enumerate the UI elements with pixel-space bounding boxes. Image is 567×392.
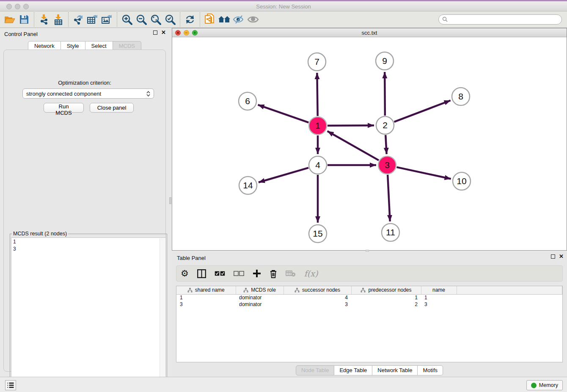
deselect-all-icon[interactable]: [234, 268, 244, 279]
refresh-layout-icon[interactable]: [183, 13, 197, 26]
graph-node-10[interactable]: 10: [453, 172, 471, 190]
graph-node-1[interactable]: 1: [309, 117, 327, 135]
task-history-button[interactable]: [5, 380, 16, 390]
column-hierarchy-icon: [295, 288, 300, 293]
float-panel-icon[interactable]: [153, 30, 157, 35]
graph-node-14[interactable]: 14: [239, 177, 257, 194]
table-row[interactable]: 3dominator323: [176, 301, 562, 308]
show-graphics-icon[interactable]: [246, 13, 260, 26]
column-header-filler: [457, 286, 562, 294]
table-cell[interactable]: 4: [284, 294, 351, 301]
table-cell[interactable]: 3: [421, 301, 457, 308]
export-image-icon[interactable]: [100, 13, 114, 26]
edge-2-3[interactable]: [385, 135, 386, 154]
add-column-icon[interactable]: [253, 268, 261, 279]
column-header[interactable]: shared name: [176, 286, 236, 294]
table-panel-title: Table Panel: [177, 255, 206, 261]
search-icon: [442, 17, 448, 22]
search-input[interactable]: [438, 14, 562, 25]
run-mcds-button[interactable]: Run MCDS: [44, 103, 84, 113]
edge-1-7[interactable]: [317, 73, 317, 116]
gear-icon[interactable]: ⚙: [181, 268, 189, 279]
network-window-titlebar[interactable]: ✕ − + scc.txt: [172, 28, 567, 37]
graph-node-15[interactable]: 15: [309, 225, 327, 243]
graph-node-6[interactable]: 6: [239, 92, 256, 110]
import-table-icon[interactable]: [51, 13, 66, 26]
float-table-panel-icon[interactable]: [551, 254, 555, 259]
table-cell[interactable]: dominator: [236, 294, 284, 301]
graph-node-3[interactable]: 3: [378, 156, 396, 174]
table-header-row: shared nameMCDS rolesuccessor nodesprede…: [176, 286, 562, 294]
node-label: 6: [245, 96, 250, 106]
graph-node-4[interactable]: 4: [309, 156, 327, 174]
edge-4-14[interactable]: [259, 168, 308, 182]
node-label: 14: [243, 180, 253, 190]
graph-node-7[interactable]: 7: [308, 53, 326, 71]
tab-edge-table[interactable]: Edge Table: [334, 365, 372, 375]
mcds-panel: Optimization criterion: strongly connect…: [3, 50, 166, 372]
graph-node-8[interactable]: 8: [452, 88, 470, 105]
zoom-selected-icon[interactable]: [163, 13, 177, 26]
column-hierarchy-icon: [243, 288, 248, 293]
hide-graphics-icon[interactable]: [231, 13, 246, 26]
table-cell[interactable]: 1: [421, 294, 457, 301]
import-network-icon[interactable]: [37, 13, 51, 26]
column-header[interactable]: successor nodes: [284, 286, 351, 294]
table-cell[interactable]: 3: [176, 301, 236, 308]
open-session-icon[interactable]: [3, 13, 17, 26]
table-cell-filler: [457, 301, 562, 308]
edge-3-10[interactable]: [396, 167, 451, 179]
table-panel: Table Panel ✕ ⚙ f(x): [172, 252, 567, 377]
split-view-icon[interactable]: [197, 268, 206, 279]
session-title: Session: New Session: [0, 3, 567, 10]
column-header[interactable]: name: [421, 286, 457, 294]
zoom-fit-icon[interactable]: [149, 13, 163, 26]
vertical-splitter[interactable]: [169, 28, 172, 377]
graph-node-11[interactable]: 11: [382, 224, 399, 241]
table-cell-filler: [457, 294, 562, 301]
export-table-icon[interactable]: [85, 13, 100, 26]
tab-node-table[interactable]: Node Table: [296, 365, 335, 375]
edge-2-8[interactable]: [394, 100, 451, 122]
table-cell[interactable]: 1: [176, 294, 236, 301]
duplicate-network-icon[interactable]: [203, 13, 217, 26]
edge-3-11[interactable]: [388, 175, 390, 221]
edge-2-9[interactable]: [385, 72, 385, 116]
close-panel-button[interactable]: Close panel: [90, 103, 134, 113]
delete-column-icon[interactable]: [270, 268, 277, 279]
result-scrollbar[interactable]: [160, 238, 165, 390]
graph-node-2[interactable]: 2: [376, 116, 394, 134]
table-row[interactable]: 1dominator411: [176, 294, 562, 301]
table-cell[interactable]: 2: [351, 301, 421, 308]
network-canvas[interactable]: 7968124314101511: [172, 37, 567, 250]
control-panel: Control Panel ✕ NetworkStyleSelectMCDS O…: [0, 28, 169, 377]
column-header[interactable]: MCDS role: [236, 286, 284, 294]
mcds-result-text[interactable]: 1 3: [11, 237, 166, 391]
network-window-title: scc.txt: [172, 30, 567, 36]
close-table-panel-icon[interactable]: ✕: [559, 254, 564, 259]
optimization-criterion-select[interactable]: strongly connected component: [22, 88, 154, 99]
status-bar: Memory: [0, 377, 567, 392]
table-cell[interactable]: dominator: [236, 301, 284, 308]
edge-3-1[interactable]: [328, 131, 379, 160]
save-session-icon[interactable]: [17, 13, 31, 26]
export-network-icon[interactable]: [71, 13, 85, 26]
zoom-out-icon[interactable]: [134, 13, 149, 26]
edge-1-6[interactable]: [258, 105, 309, 123]
memory-button[interactable]: Memory: [526, 380, 563, 390]
edge-1-2[interactable]: [328, 125, 374, 126]
show-panels-icon[interactable]: [217, 13, 231, 26]
tab-motifs[interactable]: Motifs: [418, 365, 443, 375]
tab-network-table[interactable]: Network Table: [372, 365, 418, 375]
graph-node-9[interactable]: 9: [376, 52, 394, 70]
table-cell[interactable]: 1: [351, 294, 421, 301]
column-header[interactable]: predecessor nodes: [351, 286, 421, 294]
zoom-in-icon[interactable]: [120, 13, 134, 26]
select-all-icon[interactable]: [215, 268, 225, 279]
node-table[interactable]: shared nameMCDS rolesuccessor nodesprede…: [176, 286, 562, 308]
close-panel-icon[interactable]: ✕: [161, 30, 166, 35]
main-titlebar: Session: New Session: [0, 1, 567, 11]
table-cell[interactable]: 3: [284, 301, 351, 308]
control-panel-header: Control Panel ✕: [0, 28, 169, 40]
vertical-splitter-handle[interactable]: [169, 197, 171, 204]
